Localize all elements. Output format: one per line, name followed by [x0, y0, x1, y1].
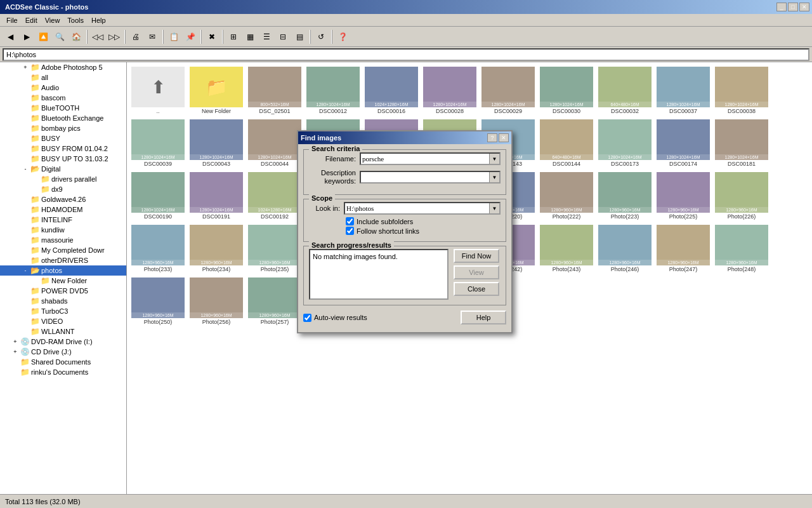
sidebar-item-hdamodem[interactable]: 📁 HDAMODEM [0, 204, 126, 215]
forward-button[interactable]: ▶ [19, 29, 34, 44]
list-item[interactable]: 1280×960×16M Photo(257) [246, 276, 303, 327]
view5-button[interactable]: ▤ [292, 29, 307, 44]
home-button[interactable]: 🏠 [69, 29, 84, 44]
list-item[interactable]: ⬆ .. [129, 65, 187, 116]
sidebar-item-shabads[interactable]: 📁 shabads [0, 296, 126, 306]
list-item[interactable]: 1280×960×16M Photo(223) [596, 170, 653, 222]
sidebar-item-powerdvd[interactable]: 📁 POWER DVD5 [0, 286, 126, 296]
sidebar-item-shareddocs[interactable]: 📁 Shared Documents [0, 357, 126, 367]
sidebar-item-newfolder[interactable]: 📁 New Folder [0, 276, 126, 286]
menu-tools[interactable]: Tools [63, 15, 88, 25]
description-dropdown-arrow[interactable]: ▼ [489, 172, 499, 182]
back-button[interactable]: ◀ [3, 29, 18, 44]
list-item[interactable]: 📁 New Folder [188, 65, 245, 116]
view-button[interactable]: View [454, 265, 499, 279]
sidebar-item-adobe[interactable]: + 📁 Adobe Photoshop 5 [0, 62, 126, 72]
list-item[interactable]: 1280×1024×16M DSC00044 [246, 117, 303, 169]
list-item[interactable]: 1280×960×16M Photo(248) [713, 223, 770, 274]
sidebar-item-busyfrom[interactable]: 📁 BUSY FROM 01.04.2 [0, 144, 126, 154]
sidebar-item-btexchange[interactable]: 📁 Bluetooth Exchange [0, 113, 126, 123]
dialog-close-button[interactable]: ✕ [499, 133, 509, 142]
sidebar-item-cddrive[interactable]: + 💿 CD Drive (J:) [0, 347, 126, 357]
menu-help[interactable]: Help [88, 15, 110, 25]
sidebar-item-wllannt[interactable]: 📁 WLLANNT [0, 326, 126, 337]
list-item[interactable]: 1280×960×16M Photo(247) [655, 223, 712, 274]
follow-shortcuts-checkbox[interactable] [346, 227, 354, 235]
sidebar-item-goldwave[interactable]: 📁 Goldwave4.26 [0, 194, 126, 204]
sidebar-item-drivers[interactable]: 📁 drivers parallel [0, 174, 126, 184]
window-controls[interactable]: _ □ ✕ [776, 3, 809, 11]
include-subfolders-checkbox[interactable] [346, 217, 354, 225]
list-item[interactable]: 1280×1024×16M DSC00190 [129, 170, 187, 222]
view2-button[interactable]: ▦ [242, 29, 258, 44]
list-item[interactable]: 640×480×16M DSC00144 [538, 117, 595, 169]
sidebar-item-bombay[interactable]: 📁 bombay pics [0, 123, 126, 133]
lookin-dropdown-arrow[interactable]: ▼ [489, 203, 499, 213]
list-item[interactable]: 1280×1024×16M DSC00039 [129, 117, 187, 169]
next-button[interactable]: ▷▷ [107, 29, 122, 44]
up-button[interactable]: 🔼 [36, 29, 51, 44]
sidebar-item-video[interactable]: 📁 VIDEO [0, 316, 126, 326]
list-item[interactable]: 1280×960×16M Photo(225) [655, 170, 712, 222]
filename-input[interactable] [362, 155, 488, 163]
lookin-input[interactable] [346, 204, 488, 212]
help-button[interactable]: Help [461, 311, 506, 324]
sidebar-item-busyupto[interactable]: 📁 BUSY UP TO 31.03.2 [0, 154, 126, 164]
list-item[interactable]: 1280×1024×16M DSC00038 [713, 65, 770, 116]
paste-button[interactable]: 📌 [183, 29, 198, 44]
close-button[interactable]: ✕ [799, 3, 809, 11]
list-item[interactable]: 1280×1024×16M DSC00030 [538, 65, 595, 116]
sidebar-item-mycompleted[interactable]: 📁 My Completed Dowr [0, 245, 126, 255]
sidebar-item-intelinf[interactable]: 📁 INTELINF [0, 215, 126, 225]
list-item[interactable]: 1280×1024×16M DSC00174 [655, 117, 712, 169]
list-item[interactable]: 1280×1024×16M DSC00173 [596, 117, 653, 169]
sidebar-item-turboc3[interactable]: 📁 TurboC3 [0, 306, 126, 316]
list-item[interactable]: 1280×1024×16M DSC00181 [713, 117, 770, 169]
prev-button[interactable]: ◁◁ [90, 29, 105, 44]
minimize-button[interactable]: _ [776, 3, 787, 11]
sidebar-item-all[interactable]: 📁 all [0, 72, 126, 83]
print-button[interactable]: 🖨 [128, 29, 143, 44]
sidebar-item-massourie[interactable]: 📁 massourie [0, 235, 126, 245]
view3-button[interactable]: ☰ [259, 29, 274, 44]
close-dialog-button[interactable]: Close [454, 282, 499, 296]
list-item[interactable]: 1280×1024×16M DSC00029 [480, 65, 537, 116]
copy-button[interactable]: 📋 [166, 29, 181, 44]
list-item[interactable]: 1280×1024×16M DSC00012 [304, 65, 362, 116]
menu-file[interactable]: File [3, 15, 22, 25]
sidebar-item-digital[interactable]: - 📂 Digital [0, 164, 126, 174]
filename-dropdown-arrow[interactable]: ▼ [489, 154, 499, 164]
list-item[interactable]: 1280×1024×16M DSC00043 [188, 117, 245, 169]
list-item[interactable]: 1280×960×16M Photo(234) [188, 223, 245, 274]
list-item[interactable]: 1024×1280×16M DSC00192 [246, 170, 303, 222]
list-item[interactable]: 1280×960×16M Photo(250) [129, 276, 187, 327]
email-button[interactable]: ✉ [145, 29, 160, 44]
list-item[interactable]: 1280×960×16M Photo(256) [188, 276, 245, 327]
list-item[interactable]: 1280×960×16M Photo(226) [713, 170, 770, 222]
search-button[interactable]: 🔍 [52, 29, 67, 44]
view1-button[interactable]: ⊞ [226, 29, 241, 44]
description-input[interactable] [362, 173, 488, 181]
find-now-button[interactable]: Find Now [454, 249, 499, 263]
list-item[interactable]: 1280×960×16M Photo(235) [246, 223, 303, 274]
list-item[interactable]: 1024×1280×16M DSC00016 [363, 65, 420, 116]
sidebar-item-bluetooth[interactable]: 📁 BlueTOOTH [0, 103, 126, 113]
sidebar-item-dx9[interactable]: 📁 dx9 [0, 184, 126, 194]
list-item[interactable]: 1280×1024×16M DSC00037 [655, 65, 712, 116]
address-input[interactable] [3, 48, 809, 61]
list-item[interactable]: 1280×1024×16M DSC00191 [188, 170, 245, 222]
dialog-help-button[interactable]: ? [487, 133, 497, 142]
list-item[interactable]: 800×532×16M DSC_02501 [246, 65, 303, 116]
sidebar-item-rinkudocs[interactable]: 📁 rinku's Documents [0, 367, 126, 377]
maximize-button[interactable]: □ [788, 3, 798, 11]
list-item[interactable]: 640×480×16M DSC00032 [596, 65, 653, 116]
list-item[interactable]: 1280×960×16M Photo(222) [538, 170, 595, 222]
rotate-button[interactable]: ↺ [313, 29, 329, 44]
sidebar-item-otherdrivers[interactable]: 📁 otherDRIVERS [0, 255, 126, 265]
sidebar-item-bascom[interactable]: 📁 bascom [0, 93, 126, 103]
dialog-title-buttons[interactable]: ? ✕ [487, 133, 509, 142]
list-item[interactable]: 1280×1024×16M DSC00028 [421, 65, 478, 116]
delete-button[interactable]: ✖ [204, 29, 219, 44]
list-item[interactable]: 1280×960×16M Photo(246) [596, 223, 653, 274]
auto-view-checkbox[interactable] [303, 314, 311, 322]
